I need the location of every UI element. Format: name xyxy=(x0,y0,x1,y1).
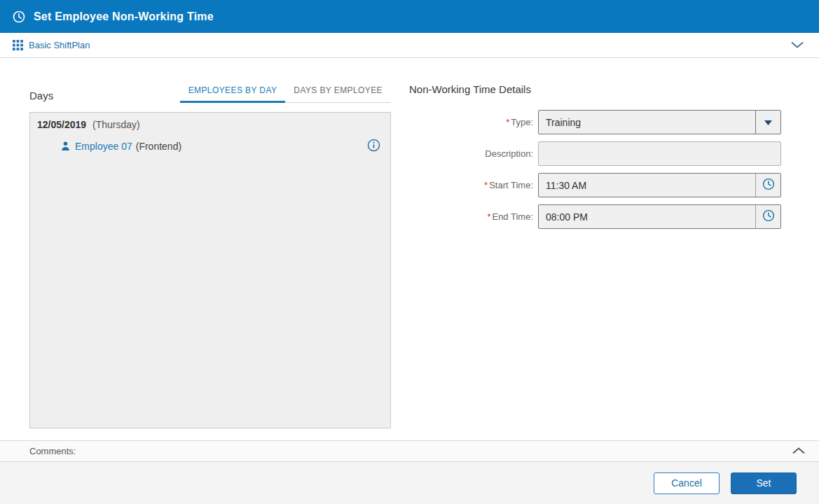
days-tab-bar: EMPLOYEES BY DAY DAYS BY EMPLOYEE xyxy=(180,81,391,103)
day-weekday: (Thursday) xyxy=(92,119,140,130)
description-label: Description: xyxy=(485,148,533,159)
days-section: Days EMPLOYEES BY DAY DAYS BY EMPLOYEE 1… xyxy=(29,83,391,440)
day-group-header: 12/05/2019 (Thursday) xyxy=(30,113,390,134)
days-label: Days xyxy=(29,90,53,103)
field-row-description: Description: xyxy=(409,141,786,166)
field-row-end-time: *End Time: xyxy=(409,204,786,229)
required-marker: * xyxy=(506,117,509,127)
main-content: Days EMPLOYEES BY DAY DAYS BY EMPLOYEE 1… xyxy=(0,58,819,440)
start-time-input[interactable] xyxy=(539,174,755,197)
end-time-input[interactable] xyxy=(539,205,755,228)
field-row-type: *Type: xyxy=(409,110,786,134)
set-non-working-time-dialog: Set Employee Non-Working Time Basic Shif… xyxy=(0,0,819,504)
clock-icon xyxy=(762,209,775,224)
start-time-picker-button[interactable] xyxy=(755,174,780,197)
start-time-label: Start Time: xyxy=(489,180,533,190)
required-marker: * xyxy=(484,180,488,190)
dialog-title: Set Employee Non-Working Time xyxy=(34,10,214,23)
type-select[interactable] xyxy=(538,110,781,134)
type-label: Type: xyxy=(511,117,533,127)
comments-collapse-button[interactable] xyxy=(790,443,808,459)
cancel-button[interactable]: Cancel xyxy=(654,472,720,494)
person-icon xyxy=(61,141,70,151)
required-marker: * xyxy=(487,211,490,222)
caret-down-icon xyxy=(764,117,772,127)
description-field xyxy=(538,141,781,166)
info-icon xyxy=(367,139,380,154)
start-time-field[interactable] xyxy=(538,173,781,197)
type-dropdown-button[interactable] xyxy=(755,111,780,134)
shiftplan-header: Basic ShiftPlan xyxy=(0,33,819,58)
day-list-panel[interactable]: 12/05/2019 (Thursday) Employee 07 (Front… xyxy=(29,112,391,428)
tab-employees-by-day[interactable]: EMPLOYEES BY DAY xyxy=(180,81,286,103)
details-title: Non-Working Time Details xyxy=(409,83,786,95)
employee-list-item[interactable]: Employee 07 (Frontend) xyxy=(30,134,390,160)
comments-label: Comments: xyxy=(29,446,76,456)
comments-bar: Comments: xyxy=(0,440,819,462)
dialog-titlebar: Set Employee Non-Working Time xyxy=(0,0,819,33)
employee-role: (Frontend) xyxy=(136,141,181,152)
tab-days-by-employee[interactable]: DAYS BY EMPLOYEE xyxy=(285,81,391,103)
end-time-label: End Time: xyxy=(492,211,533,222)
end-time-picker-button[interactable] xyxy=(755,205,780,228)
description-input xyxy=(539,142,780,165)
type-value[interactable] xyxy=(539,111,755,134)
chevron-down-icon xyxy=(791,40,804,50)
employee-name[interactable]: Employee 07 xyxy=(75,141,132,152)
details-section: Non-Working Time Details *Type: xyxy=(409,83,786,440)
dialog-footer: Cancel Set xyxy=(0,462,819,504)
clock-icon xyxy=(762,178,775,192)
field-row-start-time: *Start Time: xyxy=(409,173,786,197)
employee-info-button[interactable] xyxy=(367,139,380,154)
clock-icon xyxy=(12,10,26,24)
end-time-field[interactable] xyxy=(538,204,781,229)
grid-icon xyxy=(13,40,23,50)
set-button[interactable]: Set xyxy=(731,472,797,494)
collapse-header-button[interactable] xyxy=(788,37,806,53)
shiftplan-name: Basic ShiftPlan xyxy=(29,40,90,50)
days-header: Days EMPLOYEES BY DAY DAYS BY EMPLOYEE xyxy=(29,83,391,103)
chevron-up-icon xyxy=(792,446,805,456)
day-date: 12/05/2019 xyxy=(37,119,86,130)
